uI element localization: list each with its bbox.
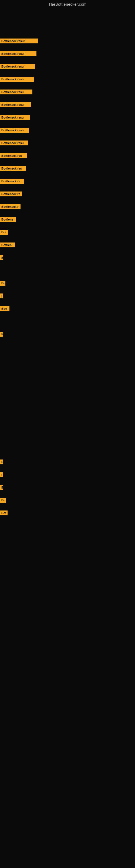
site-title: TheBottlenecker.com [0, 0, 135, 9]
bar-label-4: Bottleneck resu [0, 90, 32, 94]
bar-label-22: E [0, 460, 3, 464]
bar-label-7: Bottleneck resu [0, 128, 29, 133]
bar-label-19: | [0, 293, 3, 299]
bar-row-17: B [0, 255, 3, 260]
bar-label-3: Bottleneck resul [0, 77, 34, 82]
bar-row-22: E [0, 460, 3, 464]
bar-label-18: Bo [0, 281, 5, 286]
bar-row-14: Bottlene [0, 217, 16, 222]
bar-label-11: Bottleneck re [0, 179, 24, 184]
bar-row-4: Bottleneck resu [0, 90, 32, 94]
bar-label-17: B [0, 255, 3, 260]
bar-row-20: Bott [0, 306, 9, 311]
bar-row-26: Bot [0, 510, 8, 516]
bar-label-16: Bottlen [0, 243, 15, 247]
bar-label-20: Bott [0, 306, 9, 311]
bar-row-6: Bottleneck resu [0, 115, 30, 120]
bar-row-15: Bot [0, 230, 8, 235]
bar-row-1: Bottleneck resul [0, 51, 37, 56]
bar-row-3: Bottleneck resul [0, 77, 34, 82]
bar-label-24: E [0, 485, 3, 490]
bar-label-10: Bottleneck res [0, 166, 26, 171]
bar-row-11: Bottleneck re [0, 179, 24, 184]
bar-label-6: Bottleneck resu [0, 115, 30, 120]
bar-row-7: Bottleneck resu [0, 128, 29, 133]
bar-label-2: Bottleneck resul [0, 64, 35, 69]
bar-label-12: Bottleneck re [0, 191, 22, 196]
bar-row-13: Bottleneck r [0, 204, 20, 209]
bar-row-19: | [0, 293, 3, 299]
bar-row-10: Bottleneck res [0, 166, 26, 171]
bar-row-9: Bottleneck res [0, 153, 27, 158]
bar-row-16: Bottlen [0, 243, 15, 247]
bar-row-2: Bottleneck resul [0, 64, 35, 69]
bar-row-12: Bottleneck re [0, 191, 22, 196]
bar-label-15: Bot [0, 230, 8, 235]
bar-row-24: E [0, 485, 3, 490]
bar-label-0: Bottleneck result [0, 38, 38, 43]
bar-label-23: | [0, 472, 3, 477]
bar-label-21: E [0, 332, 3, 337]
bar-row-23: | [0, 472, 3, 477]
bar-label-14: Bottlene [0, 217, 16, 222]
bar-label-8: Bottleneck resu [0, 141, 28, 145]
bar-row-18: Bo [0, 281, 5, 286]
bar-label-26: Bot [0, 510, 8, 516]
bar-label-1: Bottleneck resul [0, 51, 37, 56]
bar-label-9: Bottleneck res [0, 153, 27, 158]
bar-label-13: Bottleneck r [0, 204, 20, 209]
bar-row-8: Bottleneck resu [0, 141, 28, 145]
bar-label-25: Bo [0, 498, 6, 503]
bar-row-25: Bo [0, 498, 6, 503]
bar-label-5: Bottleneck resul [0, 102, 31, 107]
bar-row-0: Bottleneck result [0, 38, 38, 43]
bar-row-21: E [0, 332, 3, 337]
bar-row-5: Bottleneck resul [0, 102, 31, 107]
